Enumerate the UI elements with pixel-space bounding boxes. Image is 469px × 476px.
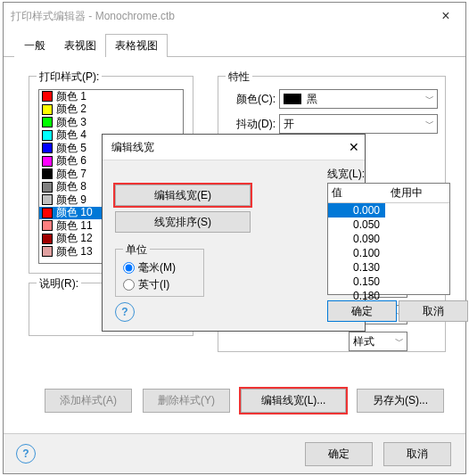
properties-label: 特性: [226, 70, 252, 85]
lw-row[interactable]: 0.090: [328, 232, 385, 246]
tab-general[interactable]: 一般: [14, 34, 55, 57]
lw-row[interactable]: 0.150: [328, 275, 385, 289]
edit-lineweight-button[interactable]: 编辑线宽(L)...: [241, 389, 346, 413]
lw-row[interactable]: 0.100: [328, 246, 385, 260]
lw-row[interactable]: 0.050: [328, 217, 385, 232]
col-value: 值: [328, 184, 387, 202]
swatch-icon: [42, 220, 53, 231]
save-as-button[interactable]: 另存为(S)...: [357, 389, 444, 413]
ok-button[interactable]: 确定: [305, 442, 373, 466]
units-group: 单位 毫米(M) 英寸(I): [115, 249, 204, 297]
add-style-button[interactable]: 添加样式(A): [45, 389, 132, 413]
delete-style-button[interactable]: 删除样式(Y): [143, 389, 230, 413]
lw-ok-button[interactable]: 确定: [327, 300, 397, 322]
lw-list-label: 线宽(L):: [327, 167, 365, 182]
titlebar: 打印样式编辑器 - Monochrome.ctb ×: [4, 3, 465, 29]
chevron-down-icon: ﹀: [395, 335, 404, 348]
lw-row[interactable]: 0.130: [328, 260, 385, 275]
help-icon[interactable]: ?: [16, 444, 36, 464]
swatch-icon: [42, 182, 53, 193]
swatch-icon: [42, 117, 53, 127]
help-icon[interactable]: ?: [115, 302, 135, 322]
swatch-icon: [42, 130, 53, 141]
col-used: 使用中: [387, 184, 426, 202]
swatch-icon: [42, 168, 53, 179]
close-icon[interactable]: ✕: [349, 140, 359, 154]
lw-listbox[interactable]: 值 使用中 0.0000.0500.0900.1000.1300.1500.18…: [327, 183, 450, 295]
swatch-icon: [42, 91, 53, 102]
swatch-icon: [284, 94, 301, 104]
unit-mm-radio[interactable]: 毫米(M): [123, 260, 176, 275]
description-label: 说明(R):: [37, 276, 81, 291]
prop-dither-combo[interactable]: 开 ﹀: [279, 114, 438, 134]
tab-tableview[interactable]: 表视图: [54, 34, 106, 57]
prop-color-combo[interactable]: 黑 ﹀: [279, 89, 438, 109]
swatch-icon: [42, 234, 53, 244]
window-title: 打印样式编辑器 - Monochrome.ctb: [11, 9, 175, 24]
prop-dither-label: 抖动(D):: [224, 117, 276, 132]
lw-dialog-titlebar: 编辑线宽 ✕: [103, 135, 365, 160]
lw-dialog-title: 编辑线宽: [111, 140, 154, 155]
chevron-down-icon: ﹀: [425, 118, 434, 130]
swatch-icon: [42, 246, 53, 257]
prop-color-label: 颜色(C):: [224, 92, 276, 107]
print-styles-label: 打印样式(P):: [37, 70, 102, 85]
prop-combo-e[interactable]: 样式﹀: [349, 332, 407, 351]
unit-in-radio[interactable]: 英寸(I): [123, 277, 176, 292]
lw-edit-button[interactable]: 编辑线宽(E): [115, 185, 251, 206]
prop-color-value: 黑: [307, 92, 317, 107]
swatch-icon: [42, 194, 53, 205]
tab-gridview[interactable]: 表格视图: [105, 34, 168, 57]
tab-strip: 一般 表视图 表格视图: [4, 33, 465, 57]
lw-cancel-button[interactable]: 取消: [399, 300, 468, 322]
cancel-button[interactable]: 取消: [383, 442, 451, 466]
prop-dither-value: 开: [284, 117, 294, 132]
swatch-icon: [42, 208, 53, 218]
units-label: 单位: [123, 242, 150, 258]
chevron-down-icon: ﹀: [425, 93, 434, 105]
close-icon[interactable]: ×: [426, 3, 465, 29]
swatch-icon: [42, 143, 53, 153]
lw-row[interactable]: 0.000: [328, 203, 385, 217]
lw-sort-button[interactable]: 线宽排序(S): [115, 211, 251, 233]
swatch-icon: [42, 104, 53, 115]
swatch-icon: [42, 156, 53, 167]
